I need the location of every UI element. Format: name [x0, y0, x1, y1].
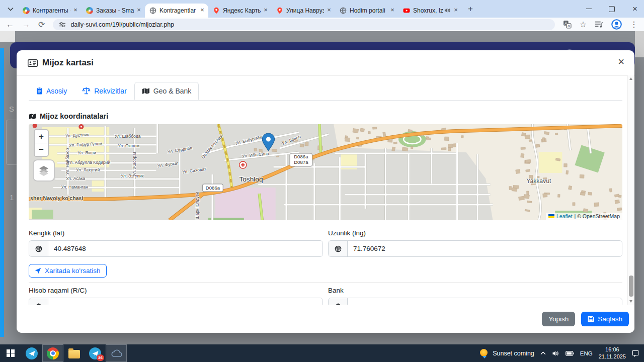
map-icon	[142, 87, 150, 95]
tab-geo-bank[interactable]: Geo & Bank	[134, 82, 199, 100]
background-text: 1	[10, 193, 14, 202]
scrollbar-up-arrow[interactable]	[628, 75, 634, 82]
volume-icon[interactable]	[552, 350, 559, 356]
media-controls-icon[interactable]	[595, 21, 603, 28]
bookmark-star-icon[interactable]: ☆	[580, 21, 587, 29]
layers-icon	[38, 165, 49, 176]
globe-icon	[329, 241, 348, 256]
browser-tab[interactable]: Контрагенты - Smar×	[18, 4, 82, 18]
yandex-favicon-icon	[213, 7, 220, 14]
svg-text:а: а	[568, 24, 570, 28]
taskbar-chrome[interactable]	[42, 344, 63, 362]
show-on-map-button[interactable]: Xaritada ko'rsatish	[29, 264, 107, 278]
battery-icon[interactable]	[566, 351, 574, 356]
lat-input[interactable]	[48, 241, 323, 256]
page-backdrop: S 1 Mijoz kartasi × Asosiy	[0, 31, 644, 344]
tab-close-icon[interactable]: ×	[452, 7, 460, 15]
tab-close-icon[interactable]: ×	[135, 7, 143, 15]
reload-icon[interactable]: ⟳	[38, 21, 45, 29]
map-street-label: sher Navoiy ko'chasi	[30, 195, 83, 201]
tab-audio-icon[interactable]	[444, 8, 451, 13]
leaflet-link[interactable]: Leaflet	[556, 213, 573, 219]
forward-icon[interactable]: →	[22, 21, 30, 29]
taskbar-telegram-unread[interactable]: 36	[85, 344, 106, 362]
svg-text:D087a: D087a	[294, 160, 308, 165]
section-title: Mijoz koordinatalari	[29, 112, 622, 120]
map-canvas[interactable]: D086a D087a D086a Ул. ДустликУл. Шаббода…	[29, 124, 622, 220]
tab-title: Заказы - Smartup	[96, 7, 134, 14]
close-button-label: Yopish	[548, 315, 569, 323]
tab-close-icon[interactable]: ×	[388, 7, 396, 15]
window-close-button[interactable]: ×	[630, 4, 640, 14]
taskbar-clock[interactable]: 16:06 21.11.2025	[599, 346, 626, 360]
page-corner-right	[635, 31, 644, 57]
modal-scrollbar[interactable]	[627, 75, 634, 305]
globe-favicon-icon	[149, 7, 156, 14]
screen: Контрагенты - Smar×Заказы - Smartup×Kont…	[0, 0, 644, 362]
clipboard-icon	[36, 87, 43, 95]
profile-avatar[interactable]	[611, 19, 622, 30]
page-corner	[0, 31, 15, 42]
tab-rekvizitlar[interactable]: Rekvizitlar	[74, 82, 134, 100]
tab-close-icon[interactable]: ×	[262, 7, 270, 15]
zoom-out-button[interactable]: −	[35, 143, 48, 156]
lng-label: Uzunlik (lng)	[328, 229, 622, 237]
leaflet-map[interactable]: D086a D087a D086a Ул. ДустликУл. Шаббода…	[29, 124, 622, 220]
weather-text: Sunset coming	[493, 350, 534, 357]
scrollbar-thumb[interactable]	[629, 276, 633, 297]
tab-close-icon[interactable]: ×	[325, 7, 333, 15]
modal-close-icon[interactable]: ×	[618, 55, 624, 68]
window-minimize-button[interactable]	[584, 4, 594, 14]
tab-title: Контрагенты - Smar	[33, 7, 70, 14]
tab-label: Asosiy	[46, 87, 67, 95]
tab-search-icon[interactable]	[4, 3, 17, 16]
weather-sun-icon	[479, 349, 489, 358]
tab-asosiy[interactable]: Asosiy	[29, 82, 74, 100]
coordinates-row: Kenglik (lat) Uzunlik (lng)	[29, 229, 622, 257]
browser-tab[interactable]: Улица Навруз, 183–×	[272, 4, 335, 18]
tab-close-icon[interactable]: ×	[71, 7, 79, 15]
action-center-icon[interactable]	[632, 350, 639, 357]
lng-field-group: Uzunlik (lng)	[328, 229, 622, 257]
tab-close-icon[interactable]: ×	[198, 7, 206, 15]
back-icon[interactable]: ←	[6, 21, 14, 29]
close-button[interactable]: Yopish	[542, 312, 575, 326]
browser-tab[interactable]: Hodim portali×	[335, 4, 398, 18]
browser-tab-strip: Контрагенты - Smar×Заказы - Smartup×Kont…	[0, 0, 644, 18]
account-input[interactable]	[48, 298, 323, 305]
address-bar[interactable]: daily-suvi.com/19l/public/mijozlar.php	[53, 19, 554, 30]
map-street-label: Ул. Абдулла Кодирий	[67, 160, 110, 165]
site-settings-icon[interactable]	[59, 21, 66, 28]
new-tab-button[interactable]: +	[464, 3, 477, 16]
lng-input[interactable]	[348, 241, 622, 256]
taskbar-explorer[interactable]	[63, 344, 85, 362]
id-card-icon	[28, 59, 38, 67]
weather-widget[interactable]: Sunset coming	[479, 349, 534, 358]
menu-dots-icon[interactable]: ⋮	[630, 21, 638, 29]
start-button[interactable]	[0, 344, 21, 362]
save-button[interactable]: Saqlash	[581, 312, 629, 326]
windows-logo-icon	[7, 349, 15, 357]
hidden-icons-chevron[interactable]	[540, 351, 546, 355]
taskbar-telegram[interactable]	[21, 344, 42, 362]
browser-tab[interactable]: Заказы - Smartup×	[82, 4, 145, 18]
customer-card-modal: Mijoz kartasi × Asosiy Rekvizitlar	[17, 50, 634, 333]
browser-tab[interactable]: Shoxrux, Izzat Sh×	[398, 4, 462, 18]
account-input-group	[29, 298, 323, 305]
browser-tab[interactable]: Kontragentlar — stac×	[145, 4, 208, 18]
map-street-label: Ул. Найбахор	[65, 148, 70, 174]
map-layers-button[interactable]	[33, 159, 55, 182]
bank-row: Hisob raqami (R/C) Bank	[29, 287, 622, 305]
tab-title: Улица Навруз, 183–	[286, 7, 324, 14]
osm-attribution[interactable]: | © OpenStreetMap	[575, 213, 620, 219]
taskbar-cloud-app[interactable]	[106, 344, 127, 362]
browser-tab[interactable]: Яндекс Карты — тра×	[208, 4, 272, 18]
scrollbar-down-arrow[interactable]	[628, 298, 634, 305]
translate-icon[interactable]: Aа	[563, 20, 572, 29]
zoom-in-button[interactable]: +	[35, 130, 48, 143]
window-maximize-button[interactable]	[607, 4, 617, 14]
bank-input[interactable]	[348, 298, 622, 305]
language-indicator[interactable]: ENG	[580, 350, 593, 356]
tab-title: Hodim portali	[350, 7, 387, 14]
modal-footer: Yopish Saqlash	[17, 305, 634, 333]
